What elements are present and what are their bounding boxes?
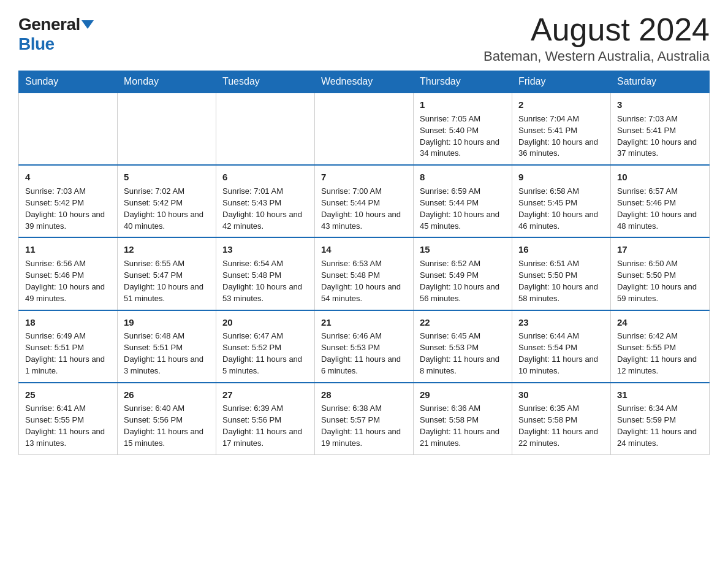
calendar-cell: 28Sunrise: 6:38 AMSunset: 5:57 PMDayligh… (315, 383, 414, 455)
month-title: August 2024 (483, 12, 710, 47)
calendar-cell: 30Sunrise: 6:35 AMSunset: 5:58 PMDayligh… (512, 383, 611, 455)
calendar-day-header: Friday (512, 71, 611, 93)
day-number: 12 (124, 243, 210, 256)
day-number: 14 (321, 243, 407, 256)
calendar-day-header: Saturday (611, 71, 710, 93)
day-number: 3 (617, 98, 703, 112)
day-number: 28 (321, 388, 407, 402)
day-number: 7 (321, 170, 407, 184)
calendar-cell: 15Sunrise: 6:52 AMSunset: 5:49 PMDayligh… (414, 237, 512, 310)
day-info: Sunrise: 6:42 AMSunset: 5:55 PMDaylight:… (617, 331, 703, 377)
logo-triangle-icon (82, 20, 94, 29)
calendar-cell: 14Sunrise: 6:53 AMSunset: 5:48 PMDayligh… (315, 237, 414, 310)
calendar-day-header: Monday (118, 71, 216, 93)
calendar-week-row: 25Sunrise: 6:41 AMSunset: 5:55 PMDayligh… (19, 383, 710, 455)
day-info: Sunrise: 6:51 AMSunset: 5:50 PMDaylight:… (518, 258, 604, 304)
day-number: 5 (124, 170, 210, 184)
day-info: Sunrise: 7:05 AMSunset: 5:40 PMDaylight:… (420, 113, 506, 159)
day-info: Sunrise: 6:48 AMSunset: 5:51 PMDaylight:… (124, 331, 210, 377)
day-number: 13 (222, 243, 308, 256)
calendar-cell: 8Sunrise: 6:59 AMSunset: 5:44 PMDaylight… (414, 165, 512, 237)
calendar-cell: 31Sunrise: 6:34 AMSunset: 5:59 PMDayligh… (611, 383, 710, 455)
calendar-day-header: Wednesday (315, 71, 414, 93)
calendar-cell (118, 93, 216, 165)
day-info: Sunrise: 7:02 AMSunset: 5:42 PMDaylight:… (124, 186, 210, 232)
day-info: Sunrise: 6:47 AMSunset: 5:52 PMDaylight:… (222, 331, 308, 377)
calendar-week-row: 4Sunrise: 7:03 AMSunset: 5:42 PMDaylight… (19, 165, 710, 237)
day-number: 20 (222, 316, 308, 329)
day-info: Sunrise: 6:44 AMSunset: 5:54 PMDaylight:… (518, 331, 604, 377)
day-number: 29 (420, 388, 506, 402)
calendar-cell: 21Sunrise: 6:46 AMSunset: 5:53 PMDayligh… (315, 310, 414, 383)
calendar-cell: 17Sunrise: 6:50 AMSunset: 5:50 PMDayligh… (611, 237, 710, 310)
calendar-cell: 6Sunrise: 7:01 AMSunset: 5:43 PMDaylight… (216, 165, 315, 237)
calendar-day-header: Tuesday (216, 71, 315, 93)
day-number: 6 (222, 170, 308, 184)
calendar-cell: 1Sunrise: 7:05 AMSunset: 5:40 PMDaylight… (414, 93, 512, 165)
day-number: 26 (124, 388, 210, 402)
calendar-cell: 23Sunrise: 6:44 AMSunset: 5:54 PMDayligh… (512, 310, 611, 383)
day-number: 18 (25, 316, 111, 329)
day-number: 8 (420, 170, 506, 184)
day-info: Sunrise: 6:45 AMSunset: 5:53 PMDaylight:… (420, 331, 506, 377)
day-info: Sunrise: 7:03 AMSunset: 5:42 PMDaylight:… (25, 186, 111, 232)
day-number: 15 (420, 243, 506, 256)
day-info: Sunrise: 7:01 AMSunset: 5:43 PMDaylight:… (222, 186, 308, 232)
day-number: 19 (124, 316, 210, 329)
day-number: 16 (518, 243, 604, 256)
calendar-day-header: Sunday (19, 71, 118, 93)
day-info: Sunrise: 6:39 AMSunset: 5:56 PMDaylight:… (222, 403, 308, 449)
calendar-cell (315, 93, 414, 165)
calendar-week-row: 1Sunrise: 7:05 AMSunset: 5:40 PMDaylight… (19, 93, 710, 165)
day-number: 22 (420, 316, 506, 329)
calendar-day-header: Thursday (414, 71, 512, 93)
day-number: 2 (518, 98, 604, 112)
calendar-cell: 11Sunrise: 6:56 AMSunset: 5:46 PMDayligh… (19, 237, 118, 310)
day-info: Sunrise: 6:35 AMSunset: 5:58 PMDaylight:… (518, 403, 604, 449)
calendar-cell: 9Sunrise: 6:58 AMSunset: 5:45 PMDaylight… (512, 165, 611, 237)
calendar-table: SundayMondayTuesdayWednesdayThursdayFrid… (18, 71, 710, 455)
calendar-cell (19, 93, 118, 165)
day-info: Sunrise: 6:58 AMSunset: 5:45 PMDaylight:… (518, 186, 604, 232)
day-info: Sunrise: 6:56 AMSunset: 5:46 PMDaylight:… (25, 258, 111, 304)
day-info: Sunrise: 7:00 AMSunset: 5:44 PMDaylight:… (321, 186, 407, 232)
calendar-week-row: 18Sunrise: 6:49 AMSunset: 5:51 PMDayligh… (19, 310, 710, 383)
calendar-cell: 3Sunrise: 7:03 AMSunset: 5:41 PMDaylight… (611, 93, 710, 165)
calendar-cell: 5Sunrise: 7:02 AMSunset: 5:42 PMDaylight… (118, 165, 216, 237)
day-info: Sunrise: 6:40 AMSunset: 5:56 PMDaylight:… (124, 403, 210, 449)
calendar-cell: 22Sunrise: 6:45 AMSunset: 5:53 PMDayligh… (414, 310, 512, 383)
day-info: Sunrise: 6:46 AMSunset: 5:53 PMDaylight:… (321, 331, 407, 377)
calendar-cell: 26Sunrise: 6:40 AMSunset: 5:56 PMDayligh… (118, 383, 216, 455)
day-info: Sunrise: 6:54 AMSunset: 5:48 PMDaylight:… (222, 258, 308, 304)
logo: General Blue (18, 12, 94, 54)
page-header: General Blue August 2024 Bateman, Wester… (18, 12, 710, 64)
day-number: 1 (420, 98, 506, 112)
day-info: Sunrise: 6:36 AMSunset: 5:58 PMDaylight:… (420, 403, 506, 449)
location-title: Bateman, Western Australia, Australia (483, 48, 710, 64)
logo-general: General (18, 15, 80, 34)
day-info: Sunrise: 7:04 AMSunset: 5:41 PMDaylight:… (518, 113, 604, 159)
day-number: 9 (518, 170, 604, 184)
day-info: Sunrise: 7:03 AMSunset: 5:41 PMDaylight:… (617, 113, 703, 159)
calendar-cell: 2Sunrise: 7:04 AMSunset: 5:41 PMDaylight… (512, 93, 611, 165)
calendar-cell: 7Sunrise: 7:00 AMSunset: 5:44 PMDaylight… (315, 165, 414, 237)
day-number: 11 (25, 243, 111, 256)
title-block: August 2024 Bateman, Western Australia, … (483, 12, 710, 64)
day-info: Sunrise: 6:34 AMSunset: 5:59 PMDaylight:… (617, 403, 703, 449)
day-number: 23 (518, 316, 604, 329)
day-info: Sunrise: 6:59 AMSunset: 5:44 PMDaylight:… (420, 186, 506, 232)
day-number: 17 (617, 243, 703, 256)
calendar-week-row: 11Sunrise: 6:56 AMSunset: 5:46 PMDayligh… (19, 237, 710, 310)
day-info: Sunrise: 6:50 AMSunset: 5:50 PMDaylight:… (617, 258, 703, 304)
calendar-cell: 25Sunrise: 6:41 AMSunset: 5:55 PMDayligh… (19, 383, 118, 455)
day-number: 4 (25, 170, 111, 184)
day-info: Sunrise: 6:57 AMSunset: 5:46 PMDaylight:… (617, 186, 703, 232)
day-info: Sunrise: 6:52 AMSunset: 5:49 PMDaylight:… (420, 258, 506, 304)
calendar-cell (216, 93, 315, 165)
calendar-cell: 24Sunrise: 6:42 AMSunset: 5:55 PMDayligh… (611, 310, 710, 383)
calendar-cell: 16Sunrise: 6:51 AMSunset: 5:50 PMDayligh… (512, 237, 611, 310)
day-info: Sunrise: 6:53 AMSunset: 5:48 PMDaylight:… (321, 258, 407, 304)
day-info: Sunrise: 6:55 AMSunset: 5:47 PMDaylight:… (124, 258, 210, 304)
calendar-cell: 19Sunrise: 6:48 AMSunset: 5:51 PMDayligh… (118, 310, 216, 383)
calendar-cell: 20Sunrise: 6:47 AMSunset: 5:52 PMDayligh… (216, 310, 315, 383)
